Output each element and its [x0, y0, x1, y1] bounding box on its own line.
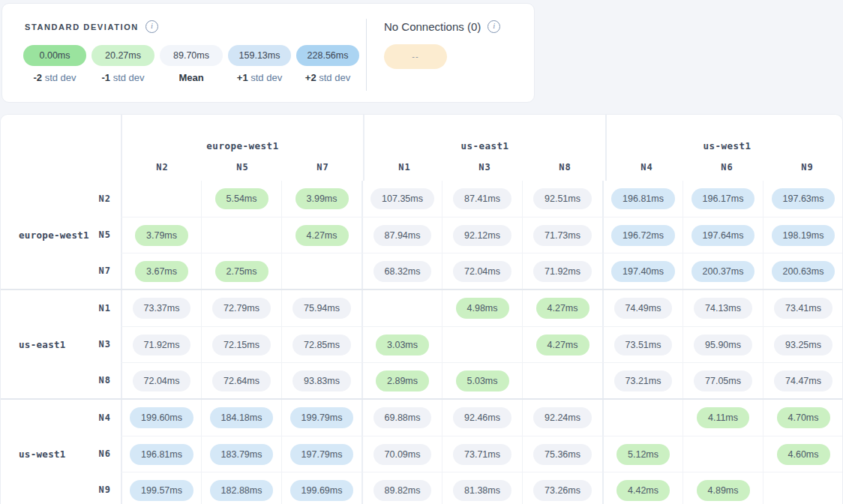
latency-cell[interactable]: 74.13ms	[682, 290, 763, 326]
latency-pill[interactable]: 70.09ms	[374, 444, 432, 465]
latency-pill[interactable]: 198.19ms	[772, 225, 836, 246]
latency-cell[interactable]: 184.18ms	[201, 400, 281, 436]
latency-pill[interactable]: 92.24ms	[533, 407, 592, 428]
info-icon[interactable]: i	[146, 20, 158, 33]
latency-pill[interactable]: 4.27ms	[536, 334, 590, 356]
latency-pill[interactable]: 71.92ms	[133, 334, 191, 356]
latency-pill[interactable]: 75.36ms	[533, 444, 592, 465]
latency-cell[interactable]: 3.67ms	[121, 253, 201, 289]
latency-pill[interactable]: 182.88ms	[210, 480, 274, 501]
latency-pill[interactable]: 196.72ms	[611, 225, 675, 246]
latency-pill[interactable]: 107.35ms	[370, 188, 434, 209]
latency-cell[interactable]: 4.27ms	[522, 326, 602, 362]
latency-pill[interactable]: 92.51ms	[533, 188, 592, 209]
latency-cell[interactable]: 72.04ms	[442, 253, 522, 289]
latency-pill[interactable]: 93.83ms	[292, 370, 351, 392]
latency-pill[interactable]: 4.89ms	[697, 480, 750, 501]
latency-pill[interactable]: 5.12ms	[616, 444, 670, 465]
latency-cell[interactable]: 4.42ms	[602, 472, 682, 504]
latency-pill[interactable]: 73.21ms	[614, 370, 673, 392]
latency-cell[interactable]: 92.46ms	[442, 400, 522, 436]
latency-cell[interactable]: 196.81ms	[602, 181, 682, 217]
latency-cell[interactable]: 197.40ms	[602, 253, 682, 289]
latency-pill[interactable]: 69.88ms	[374, 407, 432, 428]
latency-cell[interactable]: 73.41ms	[763, 290, 843, 326]
latency-cell[interactable]: 200.63ms	[763, 253, 843, 289]
latency-pill[interactable]: 197.64ms	[692, 225, 755, 246]
latency-pill[interactable]: 183.79ms	[210, 444, 274, 465]
latency-pill[interactable]: 200.63ms	[772, 261, 836, 282]
latency-cell[interactable]: 199.57ms	[121, 472, 201, 504]
info-icon[interactable]: i	[488, 20, 500, 33]
latency-pill[interactable]: 4.27ms	[296, 225, 349, 246]
latency-cell[interactable]: 95.90ms	[682, 326, 763, 362]
latency-pill[interactable]: 74.13ms	[694, 298, 752, 319]
latency-pill[interactable]: 74.49ms	[614, 298, 673, 319]
latency-cell[interactable]: 5.54ms	[201, 181, 281, 217]
latency-pill[interactable]: 197.40ms	[611, 261, 675, 282]
latency-cell[interactable]: 81.38ms	[442, 472, 522, 504]
latency-pill[interactable]: 3.67ms	[135, 261, 188, 282]
latency-cell[interactable]: 4.60ms	[763, 436, 843, 472]
latency-cell[interactable]: 4.11ms	[682, 400, 763, 436]
latency-cell[interactable]: 2.75ms	[201, 253, 281, 289]
latency-cell[interactable]: 72.04ms	[121, 362, 201, 398]
latency-cell[interactable]: 87.41ms	[442, 181, 522, 217]
latency-cell[interactable]: 93.83ms	[281, 362, 362, 398]
latency-cell[interactable]: 199.69ms	[281, 472, 362, 504]
latency-cell[interactable]: 5.12ms	[602, 436, 682, 472]
latency-pill[interactable]: 2.75ms	[215, 261, 268, 282]
latency-pill[interactable]: 197.79ms	[290, 444, 354, 465]
latency-pill[interactable]: 73.37ms	[133, 298, 191, 319]
latency-pill[interactable]: 92.12ms	[453, 225, 512, 246]
latency-pill[interactable]: 5.03ms	[456, 370, 509, 392]
latency-pill[interactable]: 196.81ms	[130, 444, 194, 465]
latency-pill[interactable]: 87.41ms	[453, 188, 512, 209]
latency-pill[interactable]: 200.37ms	[692, 261, 755, 282]
latency-pill[interactable]: 5.54ms	[215, 188, 268, 209]
latency-pill[interactable]: 199.79ms	[290, 407, 354, 428]
latency-pill[interactable]: 196.17ms	[692, 188, 755, 209]
latency-pill[interactable]: 196.81ms	[611, 188, 675, 209]
latency-cell[interactable]: 92.24ms	[522, 400, 602, 436]
latency-pill[interactable]: 73.41ms	[774, 298, 832, 319]
latency-cell[interactable]: 72.79ms	[201, 290, 281, 326]
latency-cell[interactable]: 73.21ms	[602, 362, 682, 398]
latency-cell[interactable]: 70.09ms	[362, 436, 442, 472]
latency-pill[interactable]: 72.79ms	[212, 298, 271, 319]
latency-cell[interactable]: 196.81ms	[121, 436, 201, 472]
latency-pill[interactable]: 197.63ms	[772, 188, 836, 209]
latency-cell[interactable]: 2.89ms	[362, 362, 442, 398]
latency-pill[interactable]: 4.27ms	[536, 298, 590, 319]
latency-cell[interactable]: 75.36ms	[522, 436, 602, 472]
latency-pill[interactable]: 75.94ms	[292, 298, 351, 319]
latency-pill[interactable]: 72.85ms	[292, 334, 351, 356]
latency-cell[interactable]: 87.94ms	[362, 217, 442, 253]
latency-pill[interactable]: 184.18ms	[210, 407, 274, 428]
latency-cell[interactable]: 77.05ms	[682, 362, 763, 398]
latency-pill[interactable]: 71.73ms	[533, 225, 592, 246]
latency-cell[interactable]: 4.27ms	[281, 217, 362, 253]
latency-cell[interactable]: 197.64ms	[682, 217, 763, 253]
latency-pill[interactable]: 89.82ms	[374, 480, 432, 501]
latency-cell[interactable]: 92.12ms	[442, 217, 522, 253]
latency-pill[interactable]: 3.99ms	[296, 188, 349, 209]
latency-pill[interactable]: 199.69ms	[290, 480, 354, 501]
latency-pill[interactable]: 4.42ms	[616, 480, 670, 501]
latency-cell[interactable]: 72.15ms	[201, 326, 281, 362]
latency-cell[interactable]: 74.47ms	[763, 362, 843, 398]
latency-cell[interactable]: 196.17ms	[682, 181, 763, 217]
latency-cell[interactable]: 93.25ms	[763, 326, 843, 362]
latency-cell[interactable]: 199.60ms	[121, 400, 201, 436]
latency-cell[interactable]: 68.32ms	[362, 253, 442, 289]
latency-cell[interactable]: 73.37ms	[121, 290, 201, 326]
latency-pill[interactable]: 73.26ms	[533, 480, 592, 501]
latency-cell[interactable]: 3.79ms	[121, 217, 201, 253]
latency-cell[interactable]: 72.64ms	[201, 362, 281, 398]
latency-pill[interactable]: 3.79ms	[135, 225, 188, 246]
latency-cell[interactable]: 3.03ms	[362, 326, 442, 362]
latency-cell[interactable]: 200.37ms	[682, 253, 763, 289]
latency-cell[interactable]: 4.27ms	[522, 290, 602, 326]
latency-pill[interactable]: 199.57ms	[130, 480, 194, 501]
latency-pill[interactable]: 199.60ms	[130, 407, 194, 428]
